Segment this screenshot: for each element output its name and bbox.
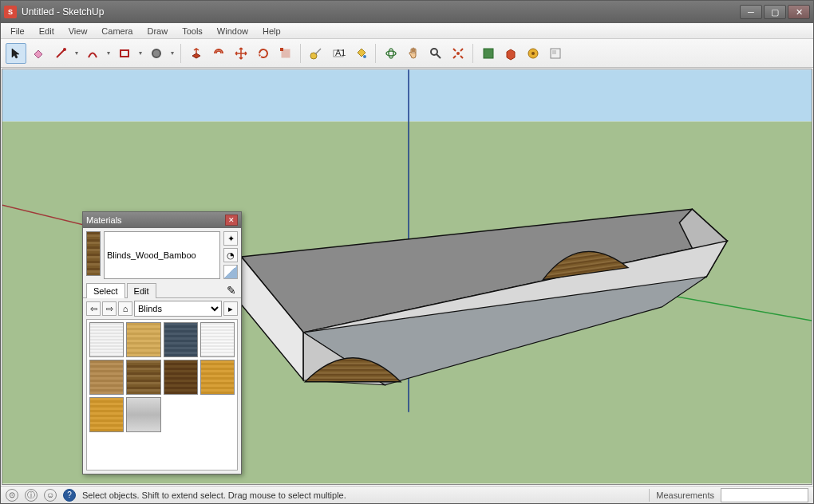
- extension-warehouse-tool[interactable]: [523, 43, 543, 64]
- user-icon[interactable]: ☺: [44, 489, 57, 502]
- add-location-tool[interactable]: [478, 43, 499, 64]
- svg-point-12: [389, 49, 393, 58]
- material-swatch-1[interactable]: [126, 322, 160, 357]
- orbit-tool[interactable]: [381, 43, 401, 64]
- svg-line-0: [57, 49, 65, 57]
- move-tool[interactable]: [231, 43, 251, 64]
- rectangle-tool-dropdown[interactable]: ▾: [136, 49, 144, 57]
- svg-line-7: [315, 49, 321, 54]
- material-swatch-3[interactable]: [200, 322, 235, 357]
- toolbar-separator: [300, 44, 302, 63]
- svg-point-1: [63, 48, 66, 51]
- scale-tool[interactable]: [275, 43, 296, 64]
- arc-tool-dropdown[interactable]: ▾: [105, 49, 113, 57]
- svg-point-10: [363, 55, 366, 58]
- toolbar-separator: [180, 44, 182, 63]
- status-text: Select objects. Shift to extend select. …: [82, 490, 642, 500]
- svg-text:A1: A1: [335, 48, 346, 57]
- menu-window[interactable]: Window: [211, 25, 255, 37]
- material-swatch-7[interactable]: [200, 360, 235, 395]
- material-swatch-9[interactable]: [126, 397, 160, 432]
- materials-tab-edit[interactable]: Edit: [127, 283, 156, 298]
- menubar: FileEditViewCameraDrawToolsWindowHelp: [1, 23, 813, 39]
- svg-rect-16: [484, 49, 493, 58]
- app-window: S Untitled - SketchUp ─ ▢ ✕ FileEditView…: [0, 0, 814, 504]
- svg-point-13: [431, 49, 437, 55]
- tape-measure-tool[interactable]: [306, 43, 326, 64]
- svg-rect-5: [280, 48, 283, 51]
- text-tool[interactable]: A1: [328, 43, 349, 64]
- create-material-button[interactable]: ✦: [223, 231, 238, 246]
- sample-paint-button[interactable]: ◔: [223, 248, 238, 262]
- circle-tool-dropdown[interactable]: ▾: [168, 49, 176, 57]
- line-tool-dropdown[interactable]: ▾: [73, 49, 81, 57]
- svg-point-3: [152, 49, 160, 57]
- material-swatch-6[interactable]: [164, 360, 198, 395]
- material-swatch-2[interactable]: [164, 322, 198, 357]
- push-pull-tool[interactable]: [186, 43, 207, 64]
- window-title: Untitled - SketchUp: [22, 6, 740, 18]
- rectangle-tool[interactable]: [114, 43, 135, 64]
- menu-view[interactable]: View: [62, 25, 94, 37]
- measurements-label: Measurements: [656, 490, 714, 500]
- menu-edit[interactable]: Edit: [33, 25, 61, 37]
- menu-file[interactable]: File: [4, 25, 31, 37]
- toolbar-separator: [472, 44, 474, 63]
- material-swatch-5[interactable]: [126, 360, 160, 395]
- materials-forward-button[interactable]: ⇨: [102, 301, 117, 316]
- 3d-warehouse-tool[interactable]: [500, 43, 521, 64]
- materials-back-button[interactable]: ⇦: [86, 301, 101, 316]
- material-swatch-8[interactable]: [89, 397, 124, 432]
- zoom-extents-tool[interactable]: [448, 43, 468, 64]
- materials-panel[interactable]: Materials ✕ ✦ ◔ Select Edit ✎ ⇦: [82, 211, 242, 474]
- menu-tools[interactable]: Tools: [176, 25, 209, 37]
- eyedropper-icon[interactable]: ✎: [227, 284, 236, 297]
- svg-point-11: [386, 51, 396, 56]
- maximize-button[interactable]: ▢: [764, 5, 786, 19]
- materials-home-button[interactable]: ⌂: [118, 301, 132, 316]
- arc-tool[interactable]: [82, 43, 103, 64]
- geo-location-icon[interactable]: ⊙: [6, 489, 18, 502]
- rotate-tool[interactable]: [253, 43, 274, 64]
- materials-close-button[interactable]: ✕: [225, 215, 238, 226]
- svg-point-18: [531, 52, 535, 55]
- material-swatch-4[interactable]: [89, 360, 124, 395]
- materials-panel-title: Materials: [86, 215, 225, 225]
- menu-help[interactable]: Help: [256, 25, 287, 37]
- toolbar: ▾▾▾▾A1: [1, 39, 813, 68]
- select-tool[interactable]: [6, 43, 26, 64]
- materials-grid: [86, 319, 238, 471]
- measurements-input[interactable]: [721, 488, 808, 502]
- default-material-button[interactable]: [223, 265, 238, 279]
- eraser-tool[interactable]: [28, 43, 49, 64]
- close-button[interactable]: ✕: [788, 5, 810, 19]
- separator: [649, 489, 650, 502]
- material-name-field[interactable]: [104, 231, 220, 279]
- menu-camera[interactable]: Camera: [95, 25, 139, 37]
- sky: [2, 70, 812, 122]
- material-swatch-0[interactable]: [89, 322, 124, 357]
- pan-tool[interactable]: [403, 43, 424, 64]
- credits-icon[interactable]: ⓘ: [25, 489, 38, 502]
- toolbar-separator: [375, 44, 377, 63]
- paint-bucket-tool[interactable]: [350, 43, 371, 64]
- materials-tab-select[interactable]: Select: [86, 283, 125, 298]
- current-material-swatch[interactable]: [86, 231, 101, 276]
- offset-tool[interactable]: [208, 43, 229, 64]
- svg-line-14: [437, 54, 441, 58]
- circle-tool[interactable]: [146, 43, 167, 64]
- svg-rect-2: [121, 50, 128, 57]
- statusbar: ⊙ ⓘ ☺ ? Select objects. Shift to extend …: [1, 486, 813, 503]
- materials-category-select[interactable]: Blinds: [134, 301, 222, 317]
- viewport-3d[interactable]: Materials ✕ ✦ ◔ Select Edit ✎ ⇦: [2, 69, 812, 485]
- minimize-button[interactable]: ─: [740, 5, 762, 19]
- materials-details-button[interactable]: ▸: [223, 301, 238, 316]
- layout-tool[interactable]: [545, 43, 566, 64]
- app-icon: S: [4, 6, 17, 18]
- line-tool[interactable]: [50, 43, 71, 64]
- help-icon[interactable]: ?: [63, 489, 76, 502]
- menu-draw[interactable]: Draw: [140, 25, 174, 37]
- titlebar[interactable]: S Untitled - SketchUp ─ ▢ ✕: [1, 1, 813, 23]
- zoom-tool[interactable]: [425, 43, 446, 64]
- materials-panel-titlebar[interactable]: Materials ✕: [83, 212, 241, 228]
